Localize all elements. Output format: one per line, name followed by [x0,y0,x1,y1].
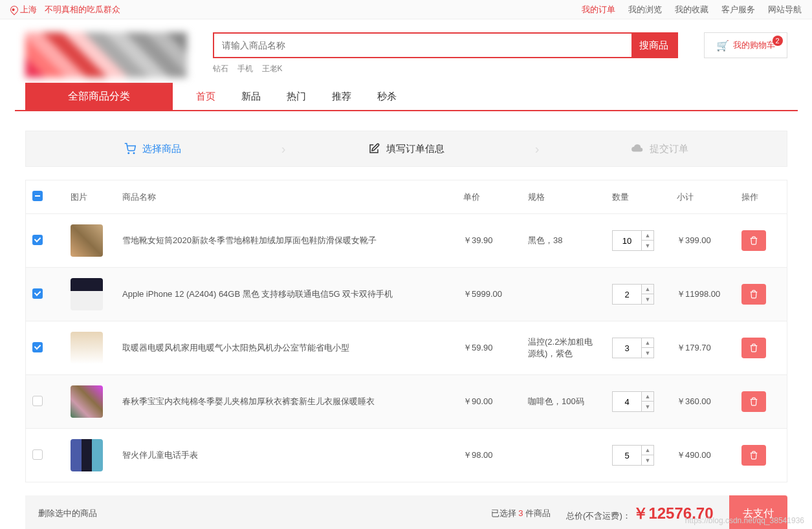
cart-wrap: 🛒 我的购物车 2 [704,32,787,58]
total-price: ￥12576.70 [633,504,713,522]
table-row: 春秋季宝宝内衣纯棉冬季婴儿夹棉加厚秋衣裤套新生儿衣服保暖睡衣 ￥90.00 咖啡… [25,375,787,429]
product-image[interactable] [71,278,103,310]
nav-hot[interactable]: 热门 [287,83,306,110]
row-checkbox[interactable] [32,235,43,245]
step-label: 选择商品 [142,143,181,155]
trash-icon [749,236,758,245]
th-image: 图片 [64,180,116,214]
delete-button[interactable] [741,338,766,358]
cart-footer: 删除选中的商品 已选择 3 件商品 总价(不含运费)： ￥12576.70 去支… [25,495,787,529]
product-spec [521,268,606,321]
checkout-button[interactable]: 去支付 [729,495,787,529]
th-name: 商品名称 [116,180,457,214]
quantity-input[interactable] [613,285,641,304]
row-checkbox[interactable] [32,288,43,299]
product-name[interactable]: 雪地靴女短筒2020新款冬季雪地棉鞋加绒加厚面包鞋防滑保暖女靴子 [116,214,457,268]
cart-icon: 🛒 [716,39,729,52]
nav-flash[interactable]: 秒杀 [377,83,397,110]
select-all-checkbox[interactable] [32,191,43,201]
main-nav: 全部商品分类 首页 新品 热门 推荐 秒杀 [15,83,798,111]
nav-home[interactable]: 首页 [196,83,215,110]
product-image[interactable] [71,332,103,364]
quantity-input[interactable] [613,231,641,250]
total-label: 总价(不含运费)： [566,511,631,521]
product-spec: 温控(2.2米加粗电源线)，紫色 [521,321,606,375]
upload-step-icon [631,143,643,155]
category-button[interactable]: 全部商品分类 [25,83,173,110]
location-text: 上海 [20,4,37,16]
nav-recommend[interactable]: 推荐 [332,83,351,110]
product-spec [521,429,606,482]
topbar-link-service[interactable]: 客户服务 [721,4,755,16]
row-checkbox[interactable] [32,449,43,460]
product-name[interactable]: Apple iPhone 12 (A2404) 64GB 黑色 支持移动联通电信… [116,268,457,321]
quantity-input[interactable] [613,446,641,465]
product-price: ￥90.00 [457,375,521,429]
edit-step-icon [368,143,380,155]
delete-button[interactable] [741,230,766,251]
svg-point-1 [133,153,135,154]
step-label: 填写订单信息 [386,143,444,155]
qty-down-button[interactable]: ▼ [642,455,653,465]
location[interactable]: 上海 [10,4,37,16]
topbar-link-favorites[interactable]: 我的收藏 [675,4,708,16]
step-submit: 提交订单 [533,143,787,155]
product-price: ￥39.90 [457,214,521,268]
th-subtotal: 小计 [670,180,735,214]
selected-count: 已选择 3 件商品 [491,508,551,519]
qty-up-button[interactable]: ▲ [642,285,653,294]
topbar-link-orders[interactable]: 我的订单 [582,4,615,16]
trash-icon [749,343,758,352]
nav-new[interactable]: 新品 [241,83,261,110]
cart-button[interactable]: 🛒 我的购物车 2 [704,32,787,58]
hot-word[interactable]: 手机 [237,63,253,74]
hot-word[interactable]: 王老K [262,63,283,74]
content: 选择商品 › 填写订单信息 › 提交订单 图片 商品名称 单价 规格 数量 小计… [15,131,798,529]
hot-word[interactable]: 钻石 [213,63,228,74]
row-checkbox[interactable] [32,396,43,406]
search-input[interactable] [214,34,631,57]
quantity-stepper[interactable]: ▲ ▼ [612,284,654,305]
product-name[interactable]: 春秋季宝宝内衣纯棉冬季婴儿夹棉加厚秋衣裤套新生儿衣服保暖睡衣 [116,375,457,429]
product-subtotal: ￥360.00 [670,375,735,429]
delete-button[interactable] [741,284,766,305]
product-subtotal: ￥490.00 [670,429,735,482]
product-price: ￥98.00 [457,429,521,482]
product-name[interactable]: 智火伴儿童电话手表 [116,429,457,482]
quantity-input[interactable] [613,338,641,358]
user-label: 不明真相的吃瓜群众 [45,4,120,16]
delete-button[interactable] [741,391,766,412]
topbar-link-browse[interactable]: 我的浏览 [628,4,662,16]
qty-down-button[interactable]: ▼ [642,348,653,358]
cart-badge: 2 [773,36,783,46]
delete-button[interactable] [741,445,766,466]
quantity-input[interactable] [613,392,641,411]
product-image[interactable] [71,385,103,418]
quantity-stepper[interactable]: ▲ ▼ [612,230,654,251]
header: 搜商品 钻石 手机 王老K 🛒 我的购物车 2 [15,19,798,78]
qty-up-button[interactable]: ▲ [642,392,653,402]
trash-icon [749,290,758,299]
cart-step-icon [124,143,136,155]
row-checkbox[interactable] [32,342,43,352]
step-fill-order: 填写订单信息 › [280,143,533,155]
qty-down-button[interactable]: ▼ [642,402,653,411]
quantity-stepper[interactable]: ▲ ▼ [612,338,654,358]
product-image[interactable] [71,439,103,471]
quantity-stepper[interactable]: ▲ ▼ [612,445,654,466]
search-button[interactable]: 搜商品 [631,34,677,57]
search-area: 搜商品 钻石 手机 王老K [213,32,678,74]
product-image[interactable] [71,224,103,257]
logo[interactable] [25,32,187,78]
topbar-links: 我的订单 我的浏览 我的收藏 客户服务 网站导航 [582,4,802,16]
hot-words: 钻石 手机 王老K [213,63,678,74]
qty-up-button[interactable]: ▲ [642,231,653,241]
qty-up-button[interactable]: ▲ [642,446,653,455]
topbar-link-sitemap[interactable]: 网站导航 [768,4,802,16]
quantity-stepper[interactable]: ▲ ▼ [612,391,654,412]
qty-down-button[interactable]: ▼ [642,241,653,250]
product-name[interactable]: 取暖器电暖风机家用电暖气小太阳热风机办公室节能省电小型 [116,321,457,375]
qty-up-button[interactable]: ▲ [642,338,653,348]
qty-down-button[interactable]: ▼ [642,294,653,304]
delete-selected-link[interactable]: 删除选中的商品 [38,508,97,519]
